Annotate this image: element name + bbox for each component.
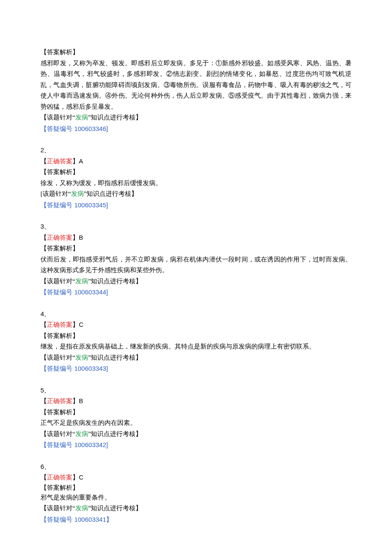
topic-line: 【该题针对“发病”知识点进行考核】 [40, 429, 352, 440]
bracket-open: 【 [40, 474, 47, 481]
topic-term: 发病 [75, 505, 88, 511]
query-prefix: 【 [40, 516, 47, 523]
query-line[interactable]: 【答疑编号 100603341】 [40, 514, 352, 526]
analysis-label: 【答案解析】 [40, 167, 352, 178]
question-5-block: 5、 【正确答案】B 【答案解析】 正气不足是疾病发生的内在因素。 【该题针对“… [40, 385, 352, 451]
correct-answer-line: 【正确答案】B [40, 232, 352, 244]
bracket-open: 【 [40, 398, 47, 404]
bracket-close: 】 [72, 398, 79, 404]
correct-answer-line: 【正确答案】B [40, 395, 352, 407]
correct-answer-label: 正确答案 [47, 234, 72, 241]
topic-prefix: 【该题针对“ [40, 354, 75, 361]
query-line[interactable]: 【答疑编号 100603344] [40, 287, 352, 298]
question-2-block: 2、 【正确答案】A 【答案解析】 徐发，又称为缓发，即指感邪后缓慢发病。 [该… [40, 145, 352, 211]
query-label: 答疑编号 [47, 365, 72, 372]
topic-term: 发病 [75, 430, 88, 437]
topic-term: 发病 [75, 114, 88, 121]
analysis-body: 感邪即发，又称为卒发、顿发。即感邪后立即发病。多见于：①新感外邪较盛。如感受风寒… [40, 58, 352, 113]
correct-answer-label: 正确答案 [47, 474, 72, 481]
answer-letter: B [79, 234, 83, 241]
analysis-label: 【答案解析】 [40, 407, 352, 418]
answer-letter: A [79, 157, 83, 165]
analysis-label: 【答案解析】 [40, 47, 352, 58]
topic-line: 【该题针对“发病”知识点进行考核】 [40, 276, 352, 287]
query-label: 答疑编号 [47, 442, 72, 448]
query-prefix: 【 [40, 125, 47, 132]
question-number: 5、 [40, 385, 352, 396]
topic-prefix: 【该题针对“ [40, 114, 75, 121]
correct-answer-line: 【正确答案】C [40, 319, 352, 331]
query-line[interactable]: 【答疑编号 100603346] [40, 123, 352, 135]
answer-letter: C [79, 321, 84, 328]
analysis-label: 【答案解析】 [40, 483, 352, 492]
analysis-body: 徐发，又称为缓发，即指感邪后缓慢发病。 [40, 178, 352, 189]
analysis-body: 继发，是指在原发疾病基础上，继发新的疾病。其特点是新的疾病与原发病的病理上有密切… [40, 341, 352, 352]
question-number: 6、 [40, 461, 352, 472]
question-number: 4、 [40, 308, 352, 320]
query-id: 100603344] [72, 288, 108, 296]
topic-prefix: 【该题针对“ [40, 430, 75, 437]
bracket-close: 】 [72, 158, 79, 165]
question-3-block: 3、 【正确答案】B 【答案解析】 伏而后发，即指感受邪气后，并不立即发病，病邪… [40, 221, 352, 298]
query-line[interactable]: 【答疑编号 100603345] [40, 200, 352, 211]
topic-line: [该题针对“发病”知识点进行考核】 [40, 189, 352, 200]
query-id: 100603345] [72, 201, 108, 209]
query-label: 答疑编号 [47, 516, 72, 523]
question-6-block: 6、 【正确答案】C 【答案解析】 邪气是发病的重要条件。 【该题针对“发病”知… [40, 461, 352, 526]
query-id: 100603341】 [72, 516, 112, 523]
topic-line: 【该题针对“发病”知识点进行考核】 [40, 503, 352, 514]
analysis-body: 邪气是发病的重要条件。 [40, 492, 352, 503]
topic-suffix: ”知识点进行考核】 [88, 505, 142, 511]
topic-prefix: [该题针对“ [40, 190, 71, 197]
topic-term: 发病 [75, 278, 88, 285]
analysis-label: 【答案解析】 [40, 331, 352, 342]
topic-prefix: 【该题针对“ [40, 278, 75, 285]
topic-term: 发病 [71, 190, 84, 197]
query-id: 100603342] [72, 441, 108, 448]
topic-suffix: ”知识点进行考核】 [88, 430, 142, 437]
correct-answer-label: 正确答案 [47, 321, 72, 328]
correct-answer-line: 【正确答案】C [40, 472, 352, 483]
answer-letter: C [79, 474, 84, 481]
analysis-label: 【答案解析】 [40, 243, 352, 254]
topic-line: 【该题针对“发病”知识点进行考核】 [40, 352, 352, 363]
topic-term: 发病 [75, 354, 88, 361]
bracket-open: 【 [40, 321, 47, 328]
answer-letter: B [79, 397, 83, 404]
bracket-open: 【 [40, 158, 47, 165]
topic-suffix: ”知识点进行考核】 [88, 278, 142, 285]
query-label: 答疑编号 [47, 202, 72, 209]
query-label: 答疑编号 [47, 289, 72, 296]
correct-answer-label: 正确答案 [47, 158, 72, 165]
topic-suffix: ”知识点进行考核】 [88, 114, 142, 121]
query-prefix: 【 [40, 365, 47, 372]
bracket-open: 【 [40, 234, 47, 241]
bracket-close: 】 [72, 321, 79, 328]
question-4-block: 4、 【正确答案】C 【答案解析】 继发，是指在原发疾病基础上，继发新的疾病。其… [40, 308, 352, 375]
analysis-body: 正气不足是疾病发生的内在因素。 [40, 418, 352, 429]
query-line[interactable]: 【答疑编号 100603343] [40, 363, 352, 375]
bracket-close: 】 [72, 234, 79, 241]
question-1-block: 【答案解析】 感邪即发，又称为卒发、顿发。即感邪后立即发病。多见于：①新感外邪较… [40, 47, 352, 134]
question-number: 3、 [40, 221, 352, 232]
topic-suffix: ”知识点进行考核】 [84, 190, 138, 197]
query-line[interactable]: 【答疑编号 100603342] [40, 439, 352, 451]
query-prefix: 【 [40, 202, 47, 209]
correct-answer-label: 正确答案 [47, 398, 72, 404]
topic-suffix: ”知识点进行考核】 [88, 354, 142, 361]
query-label: 答疑编号 [47, 125, 72, 132]
analysis-body: 伏而后发，即指感受邪气后，并不立即发病，病邪在机体内潜伏一段时间，或在诱因的作用… [40, 254, 352, 276]
correct-answer-line: 【正确答案】A [40, 156, 352, 167]
query-id: 100603346] [72, 125, 108, 132]
bracket-close: 】 [72, 474, 79, 481]
topic-line: 【该题针对“发病”知识点进行考核】 [40, 112, 352, 123]
topic-prefix: 【该题针对“ [40, 505, 75, 511]
query-prefix: 【 [40, 442, 47, 448]
query-id: 100603343] [72, 365, 108, 372]
query-prefix: 【 [40, 289, 47, 296]
document-page: 【答案解析】 感邪即发，又称为卒发、顿发。即感邪后立即发病。多见于：①新感外邪较… [0, 0, 392, 555]
question-number: 2、 [40, 145, 352, 156]
